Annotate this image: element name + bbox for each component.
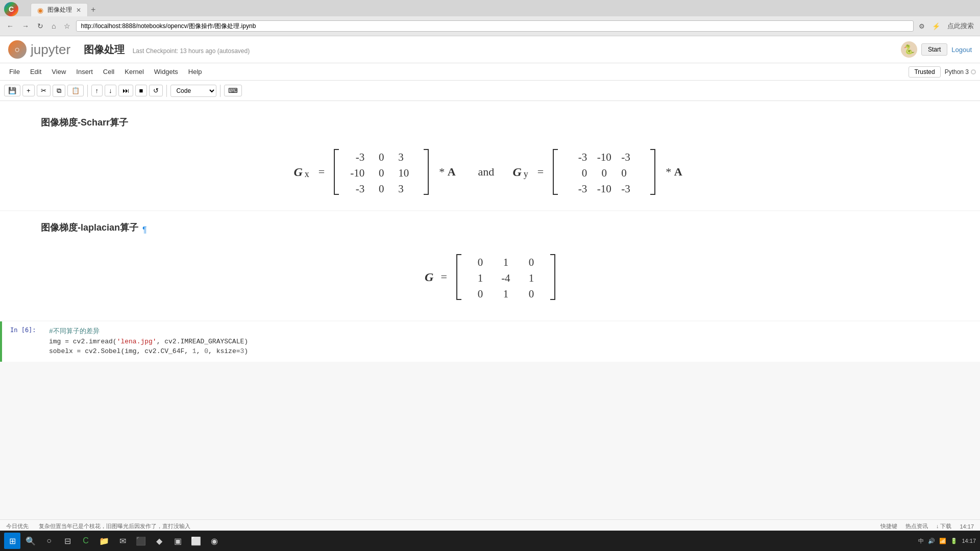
gy-cell-12: 0	[618, 167, 646, 180]
taskbar-mail[interactable]: ✉	[114, 533, 131, 549]
gx-multiply: * A	[439, 165, 455, 179]
gx-cell-02: 3	[394, 151, 420, 164]
code-cell: In [6]: #不同算子的差异 img = cv2.imread('lena.…	[0, 321, 980, 362]
g-cell-02: 0	[519, 256, 544, 269]
and-text: and	[478, 165, 495, 179]
gx-cell-00: -3	[343, 151, 369, 164]
gx-subscript: x	[305, 169, 309, 180]
cell-type-select[interactable]: Code Markdown	[170, 85, 216, 97]
extensions-icon[interactable]: ⚙	[917, 21, 927, 31]
code-var-1: img = cv2.imread(	[49, 338, 117, 345]
code-comment-1: #不同算子的差异	[49, 328, 100, 335]
new-tab-btn[interactable]: +	[91, 5, 95, 14]
menu-bar: File Edit View Insert Cell Kernel Widget…	[0, 63, 980, 81]
forward-btn[interactable]: →	[19, 21, 32, 31]
taskbar-network[interactable]: 📶	[939, 538, 946, 544]
taskbar-app2[interactable]: ◆	[151, 533, 167, 549]
start-button[interactable]: Start	[921, 43, 947, 56]
taskbar-search[interactable]: 🔍	[22, 533, 39, 549]
skip-btn[interactable]: ⏭	[118, 85, 133, 96]
laplacian-title: 图像梯度-laplacian算子	[41, 221, 138, 234]
taskbar-app4[interactable]: ⬜	[188, 533, 204, 549]
code-var-2: , cv2.IMREAD_GRAYSCALE)	[157, 338, 248, 345]
menu-cell[interactable]: Cell	[98, 66, 119, 78]
gy-cell-21: -10	[590, 183, 618, 195]
gy-equals: =	[537, 165, 544, 179]
g-matrix: 0 1 0 1 -4 1 0 1 0	[456, 254, 555, 300]
start-menu-btn[interactable]: ⊞	[4, 533, 20, 549]
taskbar: ⊞ 🔍 ○ ⊟ C 📁 ✉ ⬛ ◆ ▣ ⬜ ◉ 中 🔊 📶 🔋 14:17	[0, 531, 980, 551]
taskbar-file[interactable]: 📁	[96, 533, 112, 549]
menu-edit[interactable]: Edit	[25, 66, 46, 78]
interrupt-btn[interactable]: ■	[135, 85, 148, 96]
g-label: G	[425, 270, 433, 284]
kernel-info: Python 3	[945, 68, 976, 76]
cell-in-label: In [6]:	[2, 321, 43, 362]
status-date: 今日优先	[6, 522, 29, 530]
gx-label: G	[293, 165, 302, 179]
logout-button[interactable]: Logout	[951, 46, 972, 54]
address-bar[interactable]	[76, 20, 914, 32]
keyboard-shortcuts-btn[interactable]: ⌨	[224, 85, 242, 96]
code-line-2: img = cv2.imread('lena.jpg', cv2.IMREAD_…	[49, 337, 974, 347]
menu-help[interactable]: Help	[183, 66, 207, 78]
back-btn[interactable]: ←	[4, 21, 16, 31]
taskbar-app3[interactable]: ▣	[169, 533, 186, 549]
menu-widgets[interactable]: Widgets	[149, 66, 183, 78]
menu-view[interactable]: View	[46, 66, 71, 78]
g-cell-22: 0	[519, 288, 544, 300]
laplacian-section: 图像梯度-laplacian算子 ¶ G = 0 1 0 1 -4 1 0 1	[0, 211, 980, 320]
paste-btn[interactable]: 📋	[67, 85, 84, 96]
bolt-icon[interactable]: ⚡	[930, 21, 942, 31]
code-body[interactable]: #不同算子的差异 img = cv2.imread('lena.jpg', cv…	[43, 321, 980, 362]
taskbar-app1[interactable]: ⬛	[133, 533, 149, 549]
active-tab[interactable]: ◉ 图像处理 ✕	[31, 3, 88, 16]
move-up-btn[interactable]: ↑	[91, 85, 103, 96]
code-var-5: , ksize=	[208, 347, 240, 355]
copy-btn[interactable]: ⧉	[53, 85, 65, 97]
g-cell-20: 0	[468, 288, 493, 300]
gx-cell-21: 0	[369, 183, 394, 195]
status-message: 复杂但置当年已是个枝花，旧图曝光后因发作了，直打没输入	[39, 522, 190, 530]
gx-cell-10: -10	[343, 167, 369, 180]
scharr-section: 图像梯度-Scharr算子 G x = -3 0 3 -10	[0, 101, 980, 210]
status-hotspot: 热点资讯	[905, 522, 928, 530]
gy-cell-00: -3	[562, 151, 590, 164]
checkpoint-info: Last Checkpoint: 13 hours ago (autosaved…	[133, 47, 250, 55]
code-line-1: #不同算子的差异	[49, 327, 974, 337]
notebook-title[interactable]: 图像处理	[84, 44, 125, 55]
taskbar-tasks[interactable]: ⊟	[59, 533, 76, 549]
cut-btn[interactable]: ✂	[37, 85, 51, 96]
code-var-3: sobelx = cv2.Sobel(img, cv2.CV_64F,	[49, 347, 192, 355]
toolbar: 💾 + ✂ ⧉ 📋 ↑ ↓ ⏭ ■ ↺ Code Markdown ⌨	[0, 81, 980, 101]
gy-cell-22: -3	[618, 183, 646, 195]
bookmark-btn[interactable]: ☆	[61, 21, 73, 31]
taskbar-browser[interactable]: C	[78, 533, 94, 549]
g-cell-11: -4	[493, 272, 519, 285]
home-btn[interactable]: ⌂	[49, 21, 58, 31]
code-string-1: 'lena.jpg'	[117, 338, 157, 345]
move-down-btn[interactable]: ↓	[105, 85, 116, 96]
laplacian-title-row: 图像梯度-laplacian算子 ¶	[41, 221, 939, 239]
taskbar-app5[interactable]: ◉	[206, 533, 223, 549]
g-cell-10: 1	[468, 272, 493, 285]
search-btn[interactable]: 点此搜索	[945, 20, 976, 32]
trusted-button[interactable]: Trusted	[909, 66, 940, 78]
tab-close-btn[interactable]: ✕	[76, 7, 81, 14]
status-shortcut: 快捷键	[880, 522, 897, 530]
menu-file[interactable]: File	[4, 66, 25, 78]
code-var-4: ,	[197, 347, 205, 355]
taskbar-lang: 中	[918, 537, 924, 545]
reload-btn[interactable]: ↻	[35, 21, 46, 31]
menu-insert[interactable]: Insert	[71, 66, 98, 78]
menu-kernel[interactable]: Kernel	[119, 66, 149, 78]
gy-cell-10: 0	[562, 167, 590, 180]
gy-matrix: -3 -10 -3 0 0 0 -3 -10 -3	[553, 149, 655, 195]
taskbar-volume[interactable]: 🔊	[928, 538, 935, 544]
save-btn[interactable]: 💾	[4, 85, 20, 96]
add-cell-btn[interactable]: +	[22, 85, 35, 96]
browser-logo: C	[4, 2, 18, 16]
taskbar-cortana[interactable]: ○	[41, 533, 57, 549]
restart-btn[interactable]: ↺	[149, 85, 163, 96]
g-cell-12: 1	[519, 272, 544, 285]
